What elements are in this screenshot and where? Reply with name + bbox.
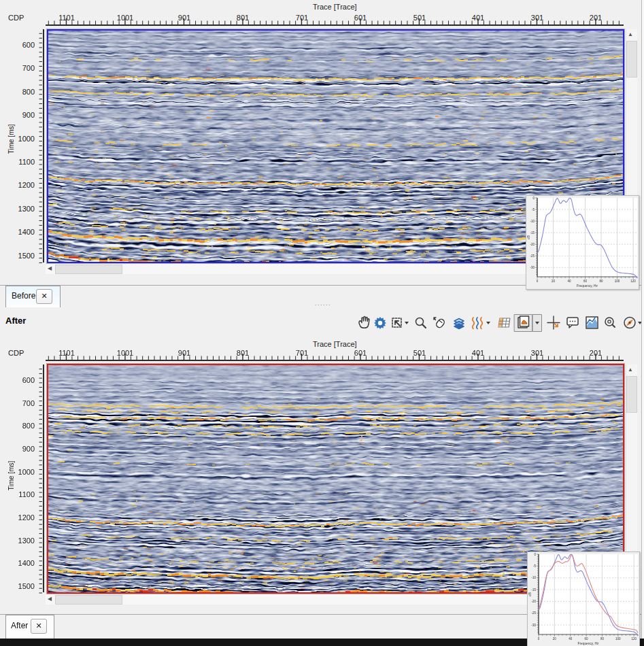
svg-text:-20: -20 <box>531 600 536 603</box>
svg-text:20: 20 <box>553 637 557 641</box>
svg-text:40: 40 <box>568 279 572 283</box>
svg-text:Frequency, Hz: Frequency, Hz <box>578 642 599 645</box>
svg-text:40: 40 <box>569 637 573 641</box>
svg-text:-25: -25 <box>531 611 536 615</box>
svg-text:0: 0 <box>532 197 535 200</box>
svg-text:60: 60 <box>583 279 588 283</box>
svg-text:-15: -15 <box>530 231 535 235</box>
svg-text:-15: -15 <box>531 588 536 592</box>
svg-text:dB: dB <box>528 592 532 596</box>
svg-text:0: 0 <box>534 553 536 556</box>
svg-text:100: 100 <box>615 637 621 641</box>
svg-text:80: 80 <box>600 279 604 283</box>
svg-text:Frequency, Hz: Frequency, Hz <box>577 284 598 288</box>
svg-text:-20: -20 <box>530 243 535 246</box>
svg-text:0: 0 <box>537 279 539 283</box>
svg-text:-10: -10 <box>530 220 535 223</box>
svg-text:dB: dB <box>527 235 530 239</box>
svg-text:120: 120 <box>631 637 637 641</box>
svg-text:60: 60 <box>585 637 589 641</box>
svg-text:0: 0 <box>538 637 540 641</box>
svg-text:-30: -30 <box>531 624 536 627</box>
svg-text:-30: -30 <box>530 266 535 269</box>
svg-text:-5: -5 <box>533 564 536 568</box>
svg-text:100: 100 <box>615 279 620 283</box>
svg-text:80: 80 <box>600 637 605 641</box>
svg-text:20: 20 <box>552 279 556 283</box>
svg-text:120: 120 <box>630 279 636 283</box>
svg-text:-5: -5 <box>532 208 535 211</box>
svg-text:-10: -10 <box>531 576 536 579</box>
svg-text:-25: -25 <box>530 254 535 258</box>
